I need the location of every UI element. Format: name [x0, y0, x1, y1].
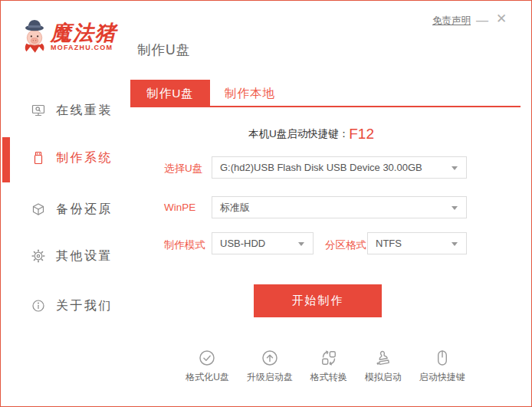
sidebar-item-label: 备份还原 [56, 202, 113, 218]
usb-drive-icon [31, 151, 45, 165]
tool-boot-hotkey[interactable]: 启动快捷键 [419, 350, 465, 384]
brand-name: 魔法猪 [51, 23, 117, 43]
sidebar-item-about-us[interactable]: 关于我们 [31, 297, 113, 315]
footer-tools: 格式化U盘 升级启动盘 格式转换 模拟启动 启动快捷键 [130, 350, 521, 384]
sidebar-active-indicator [2, 137, 10, 182]
format-convert-icon [320, 350, 337, 366]
sidebar-item-make-system[interactable]: 制作系统 [31, 149, 113, 167]
sidebar-item-label: 其他设置 [56, 248, 113, 264]
usb-select-value: G:(hd2)USB Flash Disk USB Device 30.00GB [220, 162, 422, 173]
sidebar-item-other-settings[interactable]: 其他设置 [31, 247, 113, 265]
mode-select-dropdown[interactable]: USB-HDD [212, 232, 314, 254]
sidebar-item-label: 制作系统 [56, 150, 113, 166]
tool-format-usb[interactable]: 格式化U盘 [186, 350, 229, 384]
close-button[interactable]: ✕ [496, 11, 507, 27]
simulate-boot-stamp-icon [375, 350, 392, 366]
tool-label: 启动快捷键 [419, 371, 465, 384]
about-info-icon [31, 299, 45, 313]
winpe-select-label: WinPE [164, 202, 195, 213]
tool-label: 格式化U盘 [186, 371, 229, 384]
mode-select-value: USB-HDD [220, 238, 265, 249]
boot-hotkey-value: F12 [349, 126, 374, 142]
chevron-down-icon [452, 206, 458, 210]
tab-make-usb[interactable]: 制作U盘 [130, 80, 210, 107]
boot-hotkey-mouse-icon [434, 350, 451, 366]
upgrade-boot-arrow-icon [261, 350, 278, 366]
minimize-button[interactable]: — [476, 13, 488, 28]
tool-upgrade-boot-disk[interactable]: 升级启动盘 [247, 350, 293, 384]
app-logo: 魔法猪 MOFAZHU.COM [21, 15, 117, 57]
format-usb-check-icon [199, 350, 215, 366]
sidebar-item-online-reinstall[interactable]: 在线重装 [31, 101, 113, 120]
sidebar-item-label: 关于我们 [56, 298, 113, 314]
disclaimer-link[interactable]: 免责声明 [432, 15, 471, 28]
partition-select-label: 分区格式 [325, 238, 366, 252]
winpe-select-dropdown[interactable]: 标准版 [212, 196, 467, 218]
partition-select-value: NTFS [376, 238, 402, 249]
chevron-down-icon [452, 242, 458, 246]
tool-format-convert[interactable]: 格式转换 [310, 350, 347, 384]
tool-label: 升级启动盘 [247, 371, 293, 384]
tool-label: 模拟启动 [365, 371, 402, 384]
pig-mascot-icon [21, 15, 48, 57]
usb-select-dropdown[interactable]: G:(hd2)USB Flash Disk USB Device 30.00GB [212, 156, 467, 179]
chevron-down-icon [452, 166, 458, 170]
app-window: 魔法猪 MOFAZHU.COM 制作U盘 免责声明 — ✕ 在线重装 制作系统 … [0, 0, 532, 407]
backup-restore-box-icon [31, 202, 45, 216]
online-reinstall-monitor-icon [31, 103, 45, 117]
page-title: 制作U盘 [137, 41, 190, 59]
settings-gear-icon [31, 249, 45, 263]
winpe-select-value: 标准版 [220, 202, 250, 213]
start-make-button[interactable]: 开始制作 [254, 284, 382, 317]
boot-hotkey-label: 本机U盘启动快捷键： [248, 128, 349, 139]
chevron-down-icon [298, 242, 304, 246]
mode-select-label: 制作模式 [164, 238, 205, 252]
brand-domain: MOFAZHU.COM [51, 44, 117, 51]
tool-simulate-boot[interactable]: 模拟启动 [365, 350, 402, 384]
tab-make-local[interactable]: 制作本地 [210, 80, 290, 107]
sidebar-item-backup-restore[interactable]: 备份还原 [31, 200, 113, 218]
boot-hotkey-hint: 本机U盘启动快捷键：F12 [123, 126, 499, 143]
partition-select-dropdown[interactable]: NTFS [367, 232, 467, 254]
tab-underline [130, 106, 521, 107]
tool-label: 格式转换 [310, 371, 347, 384]
sidebar-item-label: 在线重装 [56, 103, 113, 119]
usb-select-label: 选择U盘 [164, 162, 202, 176]
